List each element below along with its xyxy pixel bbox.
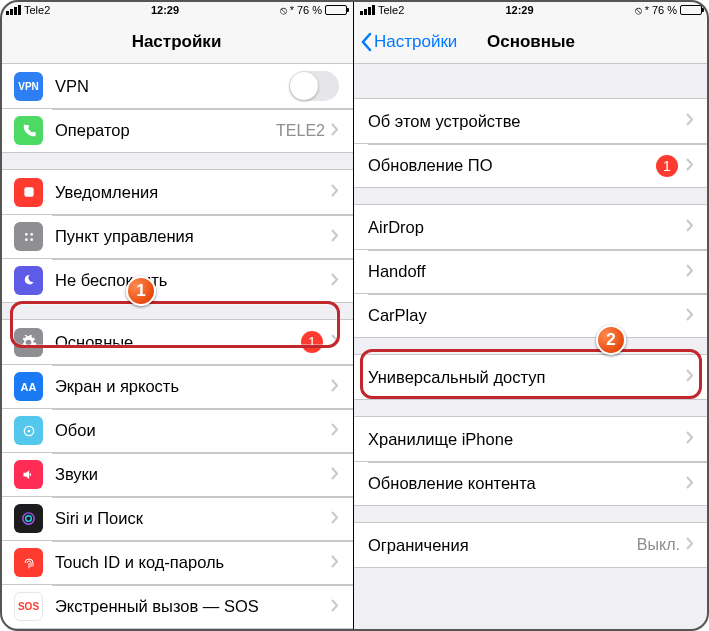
chevron-right-icon xyxy=(686,536,694,554)
chevron-right-icon xyxy=(331,510,339,528)
chevron-right-icon xyxy=(331,598,339,616)
chevron-right-icon xyxy=(331,228,339,246)
row-vpn[interactable]: VPN VPN xyxy=(0,64,353,108)
chevron-right-icon xyxy=(331,554,339,572)
chevron-right-icon xyxy=(331,122,339,140)
row-sounds[interactable]: Звуки xyxy=(0,452,353,496)
row-control-center[interactable]: Пункт управления xyxy=(0,214,353,258)
notifications-icon xyxy=(14,178,43,207)
phone-icon xyxy=(14,116,43,145)
row-dnd[interactable]: Не беспокоить xyxy=(0,258,353,302)
row-label: Handoff xyxy=(368,262,686,281)
chevron-right-icon xyxy=(686,112,694,130)
row-sos[interactable]: SOS Экстренный вызов — SOS xyxy=(0,584,353,628)
vpn-toggle[interactable] xyxy=(289,71,339,101)
chevron-right-icon xyxy=(686,307,694,325)
row-siri[interactable]: Siri и Поиск xyxy=(0,496,353,540)
svg-point-3 xyxy=(25,238,28,241)
bluetooth-icon: * xyxy=(290,4,294,16)
navbar-general: Настройки Основные xyxy=(354,20,708,64)
chevron-right-icon xyxy=(331,378,339,396)
sounds-icon xyxy=(14,460,43,489)
row-general[interactable]: Основные 1 xyxy=(0,320,353,364)
row-label: Оператор xyxy=(55,121,276,140)
battery-icon xyxy=(325,5,347,15)
row-label: Не беспокоить xyxy=(55,271,331,290)
row-handoff[interactable]: Handoff xyxy=(354,249,708,293)
svg-point-8 xyxy=(26,516,32,522)
battery-pct: 76 % xyxy=(297,4,322,16)
chevron-right-icon xyxy=(331,333,339,351)
badge-count: 1 xyxy=(301,331,323,353)
carrier-value: TELE2 xyxy=(276,122,325,140)
control-center-icon xyxy=(14,222,43,251)
row-accessibility[interactable]: Универсальный доступ xyxy=(354,355,708,399)
row-content-update[interactable]: Обновление контента xyxy=(354,461,708,505)
signal-icon xyxy=(360,5,375,15)
row-carrier[interactable]: Оператор TELE2 xyxy=(0,108,353,152)
row-touchid[interactable]: Touch ID и код-пароль xyxy=(0,540,353,584)
page-title: Основные xyxy=(487,32,575,52)
siri-icon xyxy=(14,504,43,533)
wallpaper-icon xyxy=(14,416,43,445)
row-storage[interactable]: Хранилище iPhone xyxy=(354,417,708,461)
carrier-label: Tele2 xyxy=(378,4,404,16)
settings-list[interactable]: VPN VPN Оператор TELE2 xyxy=(0,64,353,629)
chevron-right-icon xyxy=(686,475,694,493)
chevron-right-icon xyxy=(331,466,339,484)
clock: 12:29 xyxy=(151,4,179,16)
row-restrictions[interactable]: Ограничения Выкл. xyxy=(354,523,708,567)
svg-rect-0 xyxy=(24,187,33,196)
sos-icon: SOS xyxy=(14,592,43,621)
row-label: VPN xyxy=(55,77,289,96)
row-label: Экран и яркость xyxy=(55,377,331,396)
chevron-right-icon xyxy=(686,430,694,448)
dnd-icon xyxy=(14,266,43,295)
fingerprint-icon xyxy=(14,548,43,577)
row-label: Обновление ПО xyxy=(368,156,656,175)
clock: 12:29 xyxy=(505,4,533,16)
row-carplay[interactable]: CarPlay xyxy=(354,293,708,337)
chevron-right-icon xyxy=(686,368,694,386)
gear-icon xyxy=(14,328,43,357)
battery-icon xyxy=(680,5,702,15)
row-wallpaper[interactable]: Обои xyxy=(0,408,353,452)
row-label: AirDrop xyxy=(368,218,686,237)
svg-point-4 xyxy=(30,238,33,241)
row-display[interactable]: AA Экран и яркость xyxy=(0,364,353,408)
row-label: Основные xyxy=(55,333,301,352)
svg-point-2 xyxy=(30,233,33,236)
row-label: Об этом устройстве xyxy=(368,112,686,131)
row-label: Обновление контента xyxy=(368,474,686,493)
row-label: Универсальный доступ xyxy=(368,368,686,387)
chevron-right-icon xyxy=(686,157,694,175)
status-bar: Tele2 12:29 ⦸ * 76 % xyxy=(354,0,708,20)
phone-general: Tele2 12:29 ⦸ * 76 % Настройки Основные … xyxy=(354,0,708,631)
chevron-right-icon xyxy=(686,218,694,236)
row-notifications[interactable]: Уведомления xyxy=(0,170,353,214)
orientation-lock-icon: ⦸ xyxy=(635,4,642,17)
back-button[interactable]: Настройки xyxy=(360,32,457,52)
display-icon: AA xyxy=(14,372,43,401)
chevron-right-icon xyxy=(686,263,694,281)
row-label: Уведомления xyxy=(55,183,331,202)
svg-point-7 xyxy=(23,513,34,524)
row-update[interactable]: Обновление ПО 1 xyxy=(354,143,708,187)
svg-point-6 xyxy=(27,429,30,432)
status-bar: Tele2 12:29 ⦸ * 76 % xyxy=(0,0,353,20)
signal-icon xyxy=(6,5,21,15)
general-list[interactable]: Об этом устройстве Обновление ПО 1 AirDr… xyxy=(354,98,708,568)
row-label: Пункт управления xyxy=(55,227,331,246)
orientation-lock-icon: ⦸ xyxy=(280,4,287,17)
row-label: Обои xyxy=(55,421,331,440)
row-airdrop[interactable]: AirDrop xyxy=(354,205,708,249)
svg-point-1 xyxy=(25,233,28,236)
row-label: Siri и Поиск xyxy=(55,509,331,528)
restrictions-value: Выкл. xyxy=(637,536,680,554)
row-about[interactable]: Об этом устройстве xyxy=(354,99,708,143)
row-label: Экстренный вызов — SOS xyxy=(55,597,331,616)
phone-settings: Tele2 12:29 ⦸ * 76 % Настройки VPN VPN xyxy=(0,0,354,631)
carrier-label: Tele2 xyxy=(24,4,50,16)
vpn-icon: VPN xyxy=(14,72,43,101)
row-label: Звуки xyxy=(55,465,331,484)
